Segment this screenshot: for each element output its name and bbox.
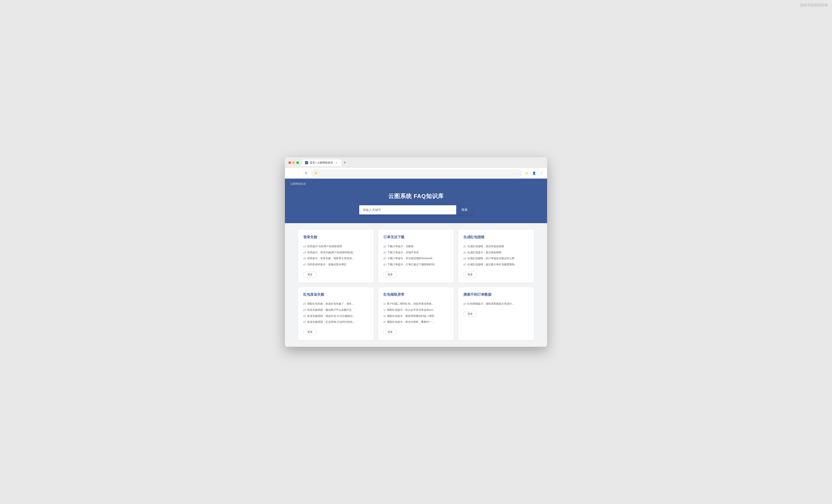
list-item: 🏷下载订单提示：订单已超过下载限制时间 bbox=[384, 262, 449, 268]
tag-icon: 🏷 bbox=[303, 315, 306, 318]
item-text: 客户扫描二维码红包，消息列表没有收... bbox=[387, 302, 434, 306]
item-text: 生成红包报错：超过最大单红包额度限制 bbox=[467, 263, 515, 266]
card-items-2: 🏷生成红包报错：您没有返款权限🏷生成红包提示：超过佣金限制🏷生成红包报错：此订单… bbox=[463, 243, 529, 268]
more-button-1[interactable]: 更多 bbox=[384, 272, 397, 277]
card-2: 生成红包报错🏷生成红包报错：您没有返款权限🏷生成红包提示：超过佣金限制🏷生成红包… bbox=[458, 230, 534, 283]
list-item: 🏷生成红包报错：您没有返款权限 bbox=[463, 243, 529, 249]
more-button-2[interactable]: 更多 bbox=[463, 272, 477, 277]
list-item: 🏷下载订单提示：无数据 bbox=[384, 243, 449, 249]
item-text: 红包明细提示：请联系客服或主管进行... bbox=[467, 302, 514, 306]
list-item: 🏷发送失败原因：微信商户平台余额不足 bbox=[303, 307, 369, 313]
item-text: 领取红包提示：请使用原微信扫该二维码 bbox=[387, 314, 434, 318]
tag-icon: 🏷 bbox=[384, 263, 386, 267]
tag-icon: 🏷 bbox=[303, 251, 306, 255]
tag-icon: 🏷 bbox=[303, 308, 306, 312]
tag-icon: 🏷 bbox=[463, 245, 466, 248]
tag-icon: 🏷 bbox=[384, 245, 386, 248]
tag-icon: 🏷 bbox=[303, 245, 306, 248]
tag-icon: 🏷 bbox=[303, 257, 306, 261]
reload-button[interactable]: ↻ bbox=[303, 170, 309, 176]
list-item: ✉客户扫描二维码红包，消息列表没有收... bbox=[384, 301, 449, 307]
minimize-button[interactable] bbox=[292, 161, 295, 164]
tab-bar: 云 首页 | 云图帮助首页 ✕ + bbox=[302, 159, 348, 166]
menu-button[interactable]: ⋮ bbox=[538, 170, 544, 176]
active-tab[interactable]: 云 首页 | 云图帮助首页 ✕ bbox=[302, 159, 341, 166]
address-bar[interactable]: ⭐ bbox=[311, 170, 522, 177]
card-5: 搜索不到订单数据🏷红包明细提示：请联系客服或主管进行...更多 bbox=[458, 287, 534, 340]
card-title-2: 生成红包报错 bbox=[463, 235, 529, 240]
list-item: 🏷生成红包提示：超过佣金限制 bbox=[463, 249, 529, 256]
search-button[interactable]: 搜索 bbox=[456, 205, 473, 214]
item-text: 生成红包报错：此订单返款次数达到上限 bbox=[467, 257, 515, 260]
card-title-4: 红包领取异常 bbox=[384, 292, 449, 297]
extensions-button[interactable]: ⚡ bbox=[523, 170, 529, 176]
item-text: 发送失败原因：企业零钱-已达到付款给... bbox=[307, 320, 355, 324]
address-input[interactable] bbox=[319, 171, 519, 175]
maximize-button[interactable] bbox=[296, 161, 299, 164]
page-content: 云图帮助首页 云图系统 FAQ知识库 搜索 登录失败🏷首页提示:当前用户未授权使… bbox=[285, 179, 547, 347]
account-button[interactable]: 👤 bbox=[531, 170, 537, 176]
title-bar: 云 首页 | 云图帮助首页 ✕ + bbox=[285, 157, 547, 168]
page-title: 云图系统 FAQ知识库 bbox=[290, 192, 542, 200]
item-text: 发送失败原因：微信商户平台余额不足 bbox=[307, 308, 352, 312]
search-input[interactable] bbox=[359, 205, 456, 214]
tag-icon: 🏷 bbox=[303, 320, 306, 324]
site-header: 云图帮助首页 云图系统 FAQ知识库 搜索 bbox=[285, 179, 547, 223]
tag-icon: 🏷 bbox=[463, 251, 466, 255]
card-items-4: ✉客户扫描二维码红包，消息列表没有收...✉领取红包提示：此公众号并没有这些sc… bbox=[384, 301, 449, 325]
list-item: 🏷首页提示:当前用户未授权使用 bbox=[303, 243, 369, 249]
list-item: 🏷生成红包报错：此订单返款次数达到上限 bbox=[463, 256, 529, 262]
item-text: 扫码登录时提示：该微信暂未绑定 bbox=[307, 263, 346, 266]
item-text: 领取红包失败：发送红包失败了，请长... bbox=[307, 302, 354, 306]
watermark: 搜狐号@探码科技 bbox=[800, 3, 828, 7]
item-text: 下载订单提示：非法或过期的SessionK... bbox=[387, 257, 435, 260]
card-items-0: 🏷首页提示:当前用户未授权使用🏷登录提示：登录失败[用户名或密码错误]🏷登录提示… bbox=[303, 243, 369, 268]
item-text: 领取红包提示：此公众号并没有这些sco... bbox=[387, 308, 435, 312]
card-3: 红包发送失败🏷领取红包失败：发送红包失败了，请长...🏷发送失败原因：微信商户平… bbox=[298, 287, 374, 340]
list-item: 🏷下载订单提示：非法或过期的SessionK... bbox=[384, 256, 449, 262]
list-item: 🏷扫码登录时提示：该微信暂未绑定 bbox=[303, 262, 369, 268]
nav-actions: ⚡ 👤 ⋮ bbox=[523, 170, 544, 176]
item-text: 生成红包报错：您没有返款权限 bbox=[467, 245, 504, 248]
list-item: 🏷发送失败原因：现金红包-今日总额超过... bbox=[303, 313, 369, 319]
breadcrumb: 云图帮助首页 bbox=[290, 182, 542, 186]
list-item: ✉领取红包提示：此公众号并没有这些sco... bbox=[384, 307, 449, 313]
item-text: 生成红包提示：超过佣金限制 bbox=[467, 251, 501, 255]
more-button-5[interactable]: 更多 bbox=[463, 311, 477, 317]
mail-icon: ✉ bbox=[384, 315, 386, 318]
mail-icon: ✉ bbox=[384, 302, 386, 306]
card-4: 红包领取异常✉客户扫描二维码红包，消息列表没有收...✉领取红包提示：此公众号并… bbox=[378, 287, 454, 340]
search-container: 搜索 bbox=[359, 205, 473, 214]
more-button-3[interactable]: 更多 bbox=[303, 329, 317, 335]
item-text: 下载订单提示：订单已超过下载限制时间 bbox=[387, 263, 435, 266]
tag-icon: 🏷 bbox=[463, 257, 466, 261]
list-item: 🏷红包明细提示：请联系客服或主管进行... bbox=[463, 301, 529, 307]
card-items-5: 🏷红包明细提示：请联系客服或主管进行... bbox=[463, 301, 529, 307]
browser-window: 云 首页 | 云图帮助首页 ✕ + ← → ↻ ⭐ ⚡ 👤 ⋮ 云图帮助首页 云… bbox=[285, 157, 547, 347]
forward-button[interactable]: → bbox=[295, 170, 302, 176]
mail-icon: ✉ bbox=[384, 308, 386, 312]
card-1: 订单无法下载🏷下载订单提示：无数据🏷下载订单提示：店铺不存在🏷下载订单提示：非法… bbox=[378, 230, 454, 283]
mail-icon: ✉ bbox=[384, 320, 386, 324]
card-title-0: 登录失败 bbox=[303, 235, 369, 240]
list-item: ✉领取红包提示：请使用原微信扫该二维码 bbox=[384, 313, 449, 319]
list-item: 🏷领取红包失败：发送红包失败了，请长... bbox=[303, 301, 369, 307]
tab-close-button[interactable]: ✕ bbox=[335, 161, 338, 164]
back-button[interactable]: ← bbox=[288, 170, 294, 176]
close-button[interactable] bbox=[288, 161, 291, 164]
list-item: 🏷下载订单提示：店铺不存在 bbox=[384, 249, 449, 256]
tag-icon: 🏷 bbox=[463, 302, 466, 306]
new-tab-button[interactable]: + bbox=[342, 160, 348, 166]
more-button-0[interactable]: 更多 bbox=[303, 272, 317, 277]
nav-bar: ← → ↻ ⭐ ⚡ 👤 ⋮ bbox=[285, 168, 547, 179]
item-text: 领取红包提示：请允许授权，重新扫一... bbox=[387, 320, 434, 324]
list-item: 🏷发送失败原因：企业零钱-已达到付款给... bbox=[303, 319, 369, 325]
tag-icon: 🏷 bbox=[384, 251, 386, 255]
tab-title: 首页 | 云图帮助首页 bbox=[310, 161, 333, 165]
more-button-4[interactable]: 更多 bbox=[384, 329, 397, 335]
card-title-5: 搜索不到订单数据 bbox=[463, 292, 529, 297]
card-title-1: 订单无法下载 bbox=[384, 235, 449, 240]
card-0: 登录失败🏷首页提示:当前用户未授权使用🏷登录提示：登录失败[用户名或密码错误]🏷… bbox=[298, 230, 374, 283]
card-items-3: 🏷领取红包失败：发送红包失败了，请长...🏷发送失败原因：微信商户平台余额不足🏷… bbox=[303, 301, 369, 325]
card-title-3: 红包发送失败 bbox=[303, 292, 369, 297]
